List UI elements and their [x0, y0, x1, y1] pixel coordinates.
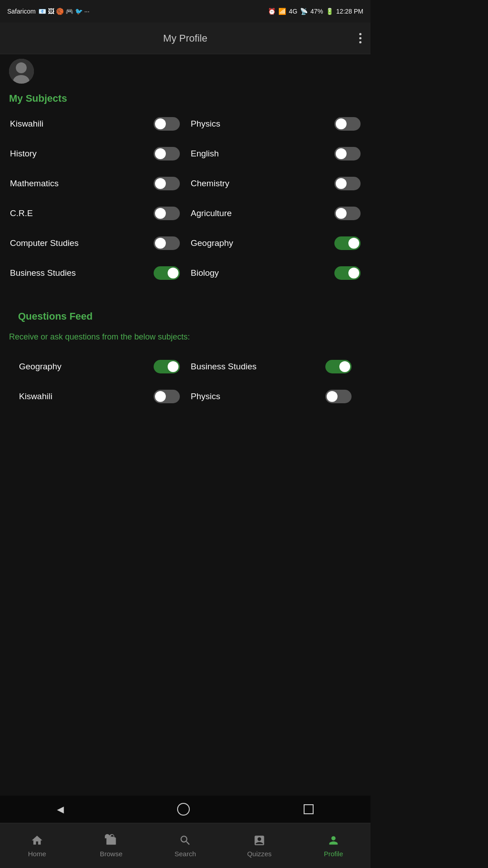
more-dot-1	[359, 33, 361, 35]
cre-track	[154, 207, 180, 220]
biology-thumb	[348, 268, 359, 278]
my-subjects-title: My Subjects	[0, 84, 371, 109]
computer-studies-thumb	[155, 238, 166, 249]
chemistry-thumb	[336, 178, 347, 189]
geography-label: Geography	[191, 238, 233, 248]
nav-profile[interactable]: Profile	[296, 834, 371, 858]
feed-business-studies-label: Business Studies	[191, 362, 257, 372]
biology-toggle[interactable]	[334, 266, 361, 280]
mathematics-toggle[interactable]	[154, 177, 180, 190]
english-track	[334, 147, 361, 160]
recents-button[interactable]	[304, 804, 314, 814]
feed-business-studies-toggle[interactable]	[325, 360, 352, 373]
physics-label: Physics	[191, 119, 220, 129]
svg-point-1	[16, 62, 27, 73]
mathematics-thumb	[155, 178, 166, 189]
agriculture-label: Agriculture	[191, 208, 232, 218]
browse-nav-label: Browse	[100, 850, 122, 858]
feed-geography-toggle[interactable]	[154, 360, 180, 373]
feed-physics-label: Physics	[191, 392, 220, 401]
english-thumb	[336, 148, 347, 159]
computer-studies-toggle[interactable]	[154, 236, 180, 250]
english-toggle[interactable]	[334, 147, 361, 160]
avatar	[9, 59, 34, 84]
biology-track	[334, 266, 361, 280]
physics-toggle[interactable]	[334, 117, 361, 131]
browse-icon	[104, 834, 118, 847]
back-button[interactable]: ◀	[57, 804, 64, 815]
subject-computer-studies: Computer Studies	[5, 228, 185, 258]
kiswahili-toggle[interactable]	[154, 117, 180, 131]
history-toggle[interactable]	[154, 147, 180, 160]
feed-geography-label: Geography	[19, 362, 61, 372]
english-label: English	[191, 149, 219, 159]
chemistry-track	[334, 177, 361, 190]
business-studies-track	[154, 266, 180, 280]
subject-biology: Biology	[185, 258, 366, 288]
physics-track	[334, 117, 361, 131]
android-nav-bar: ◀	[0, 796, 371, 823]
history-label: History	[10, 149, 37, 159]
quizzes-nav-label: Quizzes	[247, 850, 272, 858]
subject-english: English	[185, 139, 366, 169]
geography-thumb	[348, 238, 359, 249]
home-icon	[30, 834, 44, 847]
battery-label: 47%	[310, 8, 323, 15]
status-bar: Safaricom 📧 🖼 🏀 🎮 🐦 ··· ⏰ 📶 4G 📡 47% 🔋 1…	[0, 0, 371, 23]
search-nav-label: Search	[174, 850, 196, 858]
feed-physics-track	[325, 390, 352, 403]
network-label: 4G	[289, 8, 297, 15]
my-subjects-section: My Subjects Kiswahili Physics	[0, 84, 371, 288]
agriculture-thumb	[336, 208, 347, 219]
feed-kiswahili-toggle[interactable]	[154, 390, 180, 403]
subject-physics: Physics	[185, 109, 366, 139]
more-dot-2	[359, 37, 361, 39]
subject-chemistry: Chemistry	[185, 169, 366, 198]
cre-label: C.R.E	[10, 208, 33, 218]
wifi-icon: 📶	[278, 8, 286, 15]
biology-label: Biology	[191, 268, 219, 278]
business-studies-toggle[interactable]	[154, 266, 180, 280]
subject-kiswahili: Kiswahili	[5, 109, 185, 139]
status-left: Safaricom 📧 🖼 🏀 🎮 🐦 ···	[7, 8, 89, 15]
time-label: 12:28 PM	[336, 8, 363, 15]
alarm-icon: ⏰	[268, 8, 276, 15]
subject-mathematics: Mathematics	[5, 169, 185, 198]
cre-toggle[interactable]	[154, 207, 180, 220]
feed-geography-track	[154, 360, 180, 373]
nav-quizzes[interactable]: Quizzes	[222, 834, 296, 858]
profile-icon	[327, 834, 340, 847]
home-button[interactable]	[177, 803, 190, 816]
feed-physics-toggle[interactable]	[325, 390, 352, 403]
chemistry-toggle[interactable]	[334, 177, 361, 190]
history-thumb	[155, 148, 166, 159]
feed-business-studies-thumb	[339, 361, 350, 372]
feed-subject-business-studies: Business Studies	[185, 352, 357, 382]
feed-subjects-grid: Geography Business Studies Kiswahili	[9, 352, 361, 411]
bottom-nav: Home Browse Search Quizzes	[0, 823, 371, 868]
feed-subject-geography: Geography	[14, 352, 185, 382]
agriculture-track	[334, 207, 361, 220]
status-right: ⏰ 📶 4G 📡 47% 🔋 12:28 PM	[268, 8, 363, 15]
avatar-area	[0, 54, 371, 84]
geography-toggle[interactable]	[334, 236, 361, 250]
feed-kiswahili-track	[154, 390, 180, 403]
nav-home[interactable]: Home	[0, 834, 74, 858]
page-title: My Profile	[163, 33, 207, 44]
chemistry-label: Chemistry	[191, 179, 230, 189]
app-header: My Profile	[0, 23, 371, 54]
signal-icon: 📡	[300, 8, 308, 15]
feed-physics-thumb	[327, 391, 338, 402]
computer-studies-track	[154, 236, 180, 250]
kiswahili-thumb	[155, 118, 166, 129]
mathematics-label: Mathematics	[10, 179, 59, 189]
mathematics-track	[154, 177, 180, 190]
kiswahili-track	[154, 117, 180, 131]
more-menu-button[interactable]	[359, 33, 361, 43]
nav-search[interactable]: Search	[148, 834, 222, 858]
notification-icons: 📧 🖼 🏀 🎮 🐦 ···	[38, 8, 89, 15]
agriculture-toggle[interactable]	[334, 207, 361, 220]
questions-feed-title: Questions Feed	[9, 302, 361, 327]
more-dot-3	[359, 41, 361, 43]
nav-browse[interactable]: Browse	[74, 834, 148, 858]
